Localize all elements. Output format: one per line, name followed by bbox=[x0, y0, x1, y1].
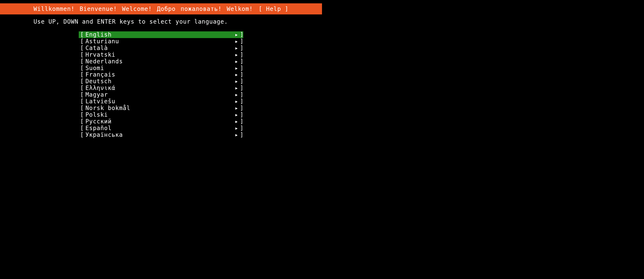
bracket-left: [ bbox=[79, 85, 86, 91]
language-label: Asturianu bbox=[86, 38, 233, 45]
bracket-right: ] bbox=[240, 118, 243, 125]
language-item[interactable]: [Magyar▸] bbox=[79, 91, 243, 98]
bracket-right: ] bbox=[240, 45, 243, 51]
bracket-left: [ bbox=[79, 118, 86, 125]
triangle-right-icon: ▸ bbox=[233, 38, 240, 45]
language-item[interactable]: [Español▸] bbox=[79, 125, 243, 132]
bracket-left: [ bbox=[79, 58, 86, 65]
bracket-right: ] bbox=[240, 111, 243, 118]
bracket-right: ] bbox=[240, 85, 243, 91]
instruction-text: Use UP, DOWN and ENTER keys to select yo… bbox=[34, 18, 322, 25]
language-label: Polski bbox=[86, 111, 233, 118]
language-item[interactable]: [Latviešu▸] bbox=[79, 98, 243, 105]
language-item[interactable]: [Polski▸] bbox=[79, 111, 243, 118]
language-item[interactable]: [Ελληνικά▸] bbox=[79, 85, 243, 91]
bracket-left: [ bbox=[79, 31, 86, 38]
language-label: Hrvatski bbox=[86, 51, 233, 58]
triangle-right-icon: ▸ bbox=[233, 105, 240, 111]
bracket-right: ] bbox=[240, 91, 243, 98]
bracket-right: ] bbox=[240, 31, 243, 38]
language-item[interactable]: [Català▸] bbox=[79, 45, 243, 51]
bracket-left: [ bbox=[79, 65, 86, 71]
bracket-left: [ bbox=[79, 78, 86, 85]
triangle-right-icon: ▸ bbox=[233, 65, 240, 71]
bracket-right: ] bbox=[240, 65, 243, 71]
bracket-right: ] bbox=[240, 125, 243, 132]
bracket-left: [ bbox=[79, 91, 86, 98]
triangle-right-icon: ▸ bbox=[233, 58, 240, 65]
language-item[interactable]: [English▸] bbox=[79, 31, 243, 38]
bracket-right: ] bbox=[240, 98, 243, 105]
language-label: Suomi bbox=[86, 65, 233, 71]
language-item[interactable]: [Deutsch▸] bbox=[79, 78, 243, 85]
language-item[interactable]: [Русский▸] bbox=[79, 118, 243, 125]
language-label: Deutsch bbox=[86, 78, 233, 85]
language-label: Русский bbox=[86, 118, 233, 125]
triangle-right-icon: ▸ bbox=[233, 125, 240, 132]
bracket-right: ] bbox=[240, 58, 243, 65]
language-item[interactable]: [Hrvatski▸] bbox=[79, 51, 243, 58]
bracket-left: [ bbox=[79, 51, 86, 58]
triangle-right-icon: ▸ bbox=[233, 111, 240, 118]
bracket-left: [ bbox=[79, 45, 86, 51]
triangle-right-icon: ▸ bbox=[233, 71, 240, 78]
triangle-right-icon: ▸ bbox=[233, 91, 240, 98]
language-label: English bbox=[86, 31, 233, 38]
language-item[interactable]: [Українська▸] bbox=[79, 132, 243, 138]
bracket-right: ] bbox=[240, 78, 243, 85]
help-button[interactable]: [ Help ] bbox=[258, 5, 322, 12]
bracket-right: ] bbox=[240, 132, 243, 138]
language-label: Norsk bokmål bbox=[86, 105, 233, 111]
language-item[interactable]: [Nederlands▸] bbox=[79, 58, 243, 65]
language-label: Українська bbox=[86, 132, 233, 138]
language-label: Català bbox=[86, 45, 233, 51]
main-content: Use UP, DOWN and ENTER keys to select yo… bbox=[0, 14, 322, 138]
language-item[interactable]: [Asturianu▸] bbox=[79, 38, 243, 45]
language-item[interactable]: [Suomi▸] bbox=[79, 65, 243, 71]
language-list: [English▸][Asturianu▸][Català▸][Hrvatski… bbox=[79, 31, 243, 138]
bracket-right: ] bbox=[240, 38, 243, 45]
triangle-right-icon: ▸ bbox=[233, 31, 240, 38]
bracket-left: [ bbox=[79, 98, 86, 105]
language-label: Español bbox=[86, 125, 233, 132]
language-label: Nederlands bbox=[86, 58, 233, 65]
bracket-right: ] bbox=[240, 71, 243, 78]
bracket-left: [ bbox=[79, 125, 86, 132]
language-label: Magyar bbox=[86, 91, 233, 98]
bracket-left: [ bbox=[79, 71, 86, 78]
page-title: Willkommen! Bienvenue! Welcome! Добро по… bbox=[0, 5, 253, 12]
triangle-right-icon: ▸ bbox=[233, 45, 240, 51]
bracket-right: ] bbox=[240, 105, 243, 111]
triangle-right-icon: ▸ bbox=[233, 51, 240, 58]
triangle-right-icon: ▸ bbox=[233, 98, 240, 105]
bracket-left: [ bbox=[79, 132, 86, 138]
language-label: Ελληνικά bbox=[86, 85, 233, 91]
triangle-right-icon: ▸ bbox=[233, 78, 240, 85]
triangle-right-icon: ▸ bbox=[233, 132, 240, 138]
bracket-left: [ bbox=[79, 105, 86, 111]
bracket-left: [ bbox=[79, 38, 86, 45]
bracket-left: [ bbox=[79, 111, 86, 118]
language-label: Latviešu bbox=[86, 98, 233, 105]
bracket-right: ] bbox=[240, 51, 243, 58]
language-item[interactable]: [Français▸] bbox=[79, 71, 243, 78]
language-item[interactable]: [Norsk bokmål▸] bbox=[79, 105, 243, 111]
language-label: Français bbox=[86, 71, 233, 78]
triangle-right-icon: ▸ bbox=[233, 85, 240, 91]
triangle-right-icon: ▸ bbox=[233, 118, 240, 125]
header-bar: Willkommen! Bienvenue! Welcome! Добро по… bbox=[0, 3, 322, 14]
